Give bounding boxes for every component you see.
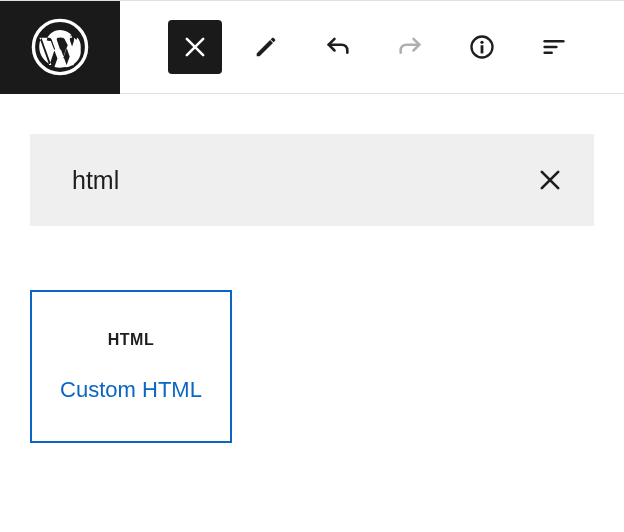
redo-button[interactable] — [382, 19, 438, 75]
block-results: HTML Custom HTML — [30, 226, 594, 443]
block-inserter-panel: HTML Custom HTML — [0, 94, 624, 463]
block-title: Custom HTML — [60, 377, 202, 403]
svg-point-2 — [480, 41, 483, 44]
info-icon — [468, 33, 496, 61]
close-icon — [181, 33, 209, 61]
wordpress-logo[interactable] — [0, 1, 120, 94]
clear-search-icon[interactable] — [536, 166, 564, 194]
block-item-custom-html[interactable]: HTML Custom HTML — [30, 290, 232, 443]
close-inserter-button[interactable] — [168, 20, 222, 74]
editor-toolbar — [0, 1, 624, 94]
block-search[interactable] — [30, 134, 594, 226]
undo-icon — [324, 33, 352, 61]
undo-button[interactable] — [310, 19, 366, 75]
list-view-button[interactable] — [526, 19, 582, 75]
info-button[interactable] — [454, 19, 510, 75]
svg-rect-3 — [481, 45, 484, 53]
html-icon: HTML — [108, 331, 154, 349]
list-icon — [540, 33, 568, 61]
pencil-icon — [252, 33, 280, 61]
redo-icon — [396, 33, 424, 61]
block-search-input[interactable] — [72, 166, 536, 195]
edit-button[interactable] — [238, 19, 294, 75]
